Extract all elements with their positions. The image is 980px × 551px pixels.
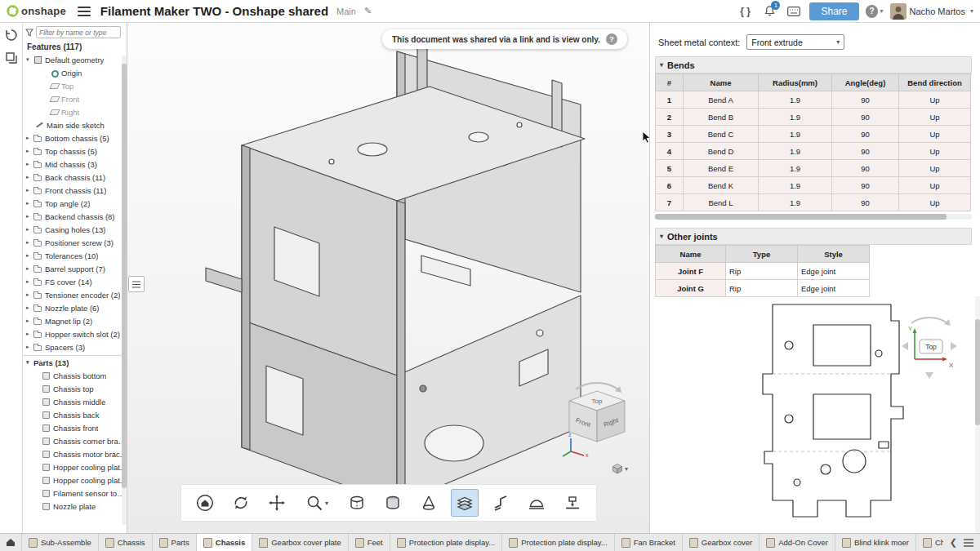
tree-item[interactable]: Hopper switch slot (2) [23, 327, 127, 340]
tree-caret-icon[interactable] [26, 187, 33, 193]
tree-caret-icon[interactable] [26, 213, 33, 220]
shortcuts-button[interactable] [785, 2, 803, 20]
main-menu-icon[interactable] [78, 7, 91, 16]
tree-caret-icon[interactable] [26, 252, 33, 259]
tree-item[interactable]: Backend chassis (8) [23, 210, 127, 223]
document-tab[interactable]: Gearbox cover plate [252, 534, 349, 551]
document-tab[interactable]: Chassis [99, 534, 153, 551]
view-cube[interactable]: Top Front Right z x [559, 380, 635, 458]
document-tab[interactable]: Fan Bracket [615, 534, 683, 551]
document-tab[interactable]: Blind klink moer [835, 534, 916, 551]
folded-view-button[interactable] [487, 489, 514, 517]
feature-tree-scrollbar[interactable] [122, 56, 127, 525]
tree-item[interactable]: Tolerances (10) [23, 249, 127, 262]
tree-item[interactable]: Chassis bottom [23, 369, 127, 382]
user-menu[interactable]: Nacho Martos ▾ [890, 2, 974, 20]
tree-caret-icon[interactable] [26, 331, 33, 337]
tree-item[interactable]: Barrel support (7) [23, 262, 127, 275]
tree-item[interactable]: Chassis back [23, 408, 127, 421]
tree-item[interactable]: Nozzle plate [23, 500, 127, 513]
tree-item[interactable]: Filament sensor top... [23, 487, 127, 500]
feature-filter-input[interactable] [36, 26, 121, 38]
bend-row[interactable]: 3 Bend C 1.9 90 Up [656, 126, 971, 143]
pan-button[interactable] [263, 489, 291, 517]
other-joints-section-header[interactable]: ▾ Other joints [655, 228, 972, 245]
tree-item[interactable]: Positioner screw (3) [23, 236, 127, 249]
document-tab[interactable]: Feet [349, 534, 390, 551]
history-icon[interactable] [4, 28, 19, 42]
document-tab[interactable]: Chassis [197, 534, 252, 551]
edit-title-icon[interactable]: ✎ [364, 6, 372, 16]
document-tab[interactable]: Protection plate display... [502, 534, 614, 551]
onshape-logo[interactable]: onshape [7, 5, 66, 17]
tree-caret-icon[interactable] [26, 344, 33, 350]
flat-view-orientation-widget[interactable]: Y X Top [897, 309, 962, 384]
tree-item[interactable]: Hopper cooling plat... [23, 460, 127, 473]
view-options-button[interactable]: ▾ [612, 463, 628, 474]
bend-row[interactable]: 6 Bend K 1.9 90 Up [656, 177, 971, 194]
bend-row[interactable]: 1 Bend A 1.9 90 Up [656, 91, 971, 109]
tree-item[interactable]: Nozzle plate (6) [23, 301, 127, 314]
tree-item[interactable]: Mid chassis (3) [23, 158, 127, 171]
tree-caret-icon[interactable] [26, 278, 33, 285]
tree-caret-icon[interactable] [26, 200, 33, 207]
zoom-options-caret-icon[interactable]: ▾ [325, 500, 328, 507]
bend-row[interactable]: 5 Bend E 1.9 90 Up [656, 160, 971, 177]
document-tab[interactable]: Gearbox cover [683, 534, 760, 551]
document-tab[interactable]: Chassis_Front bracket [916, 534, 943, 551]
tree-caret-icon[interactable] [26, 174, 33, 180]
tree-item[interactable]: Origin [23, 66, 127, 79]
joint-row[interactable]: Joint G Rip Edge joint [656, 280, 870, 297]
tree-caret-icon[interactable] [26, 161, 33, 167]
right-panel-scrollbar[interactable] [975, 296, 980, 533]
branch-label[interactable]: Main [336, 7, 356, 16]
share-button[interactable]: Share [809, 2, 858, 20]
tree-item[interactable]: Top [23, 79, 127, 92]
featurescript-icon[interactable]: { } [736, 2, 754, 20]
tree-item[interactable]: Top chassis (5) [23, 144, 127, 158]
help-button[interactable]: ?▾ [866, 2, 884, 20]
tree-item[interactable]: Top angle (2) [23, 197, 127, 210]
formed-view-button[interactable] [523, 489, 550, 517]
tree-caret-icon[interactable] [26, 359, 33, 366]
tree-caret-icon[interactable] [26, 148, 33, 154]
tree-caret-icon[interactable] [26, 265, 33, 272]
bend-row[interactable]: 4 Bend D 1.9 90 Up [656, 143, 971, 160]
orbit-button[interactable] [227, 489, 255, 517]
zoom-button[interactable]: ▾ [299, 489, 335, 517]
tab-bar-home-button[interactable] [0, 534, 22, 551]
flat-pattern-button[interactable] [451, 489, 479, 517]
tree-item[interactable]: Main side sketch [23, 118, 127, 131]
tree-item[interactable]: Bottom chassis (5) [23, 131, 127, 144]
tree-item[interactable]: Chassis top [23, 382, 127, 395]
tree-caret-icon[interactable] [26, 291, 33, 298]
document-tab[interactable]: Protection plate display... [390, 534, 502, 551]
tree-item[interactable]: Parts (13) [23, 355, 127, 369]
sheet-metal-context-select[interactable]: Front extrude ▾ [746, 34, 844, 50]
bends-table-hscrollbar[interactable] [655, 214, 972, 220]
bend-row[interactable]: 2 Bend B 1.9 90 Up [656, 109, 971, 126]
versions-icon[interactable] [4, 51, 19, 65]
model-viewport[interactable]: This document was shared via a link and … [127, 23, 649, 533]
tree-caret-icon[interactable] [26, 226, 33, 233]
tree-item[interactable]: Magnet lip (2) [23, 314, 127, 327]
tree-item[interactable]: Right [23, 105, 127, 118]
tree-caret-icon[interactable] [26, 56, 33, 63]
tree-item[interactable]: Chassis corner brac... [23, 434, 127, 447]
tree-item[interactable]: Casing holes (13) [23, 223, 127, 236]
feature-list-toggle[interactable] [128, 276, 145, 292]
bends-section-header[interactable]: ▾ Bends [655, 56, 972, 73]
tree-item[interactable]: Default geometry [23, 53, 127, 66]
tree-item[interactable]: Chassis motor brac... [23, 447, 127, 460]
tree-item[interactable]: Back chassis (11) [23, 171, 127, 184]
banner-help-icon[interactable]: ? [606, 33, 617, 45]
tree-item[interactable]: FS cover (14) [23, 275, 127, 288]
document-tab[interactable]: Parts [153, 534, 197, 551]
tab-manager-icon[interactable] [964, 539, 973, 547]
joint-row[interactable]: Joint F Rip Edge joint [656, 263, 870, 280]
tree-item[interactable]: Tensioner encoder (2) [23, 288, 127, 301]
tree-item[interactable]: Front [23, 92, 127, 105]
tree-item[interactable]: Front chassis (11) [23, 184, 127, 197]
tree-item[interactable]: Spacers (3) [23, 340, 127, 353]
tree-caret-icon[interactable] [26, 239, 33, 246]
